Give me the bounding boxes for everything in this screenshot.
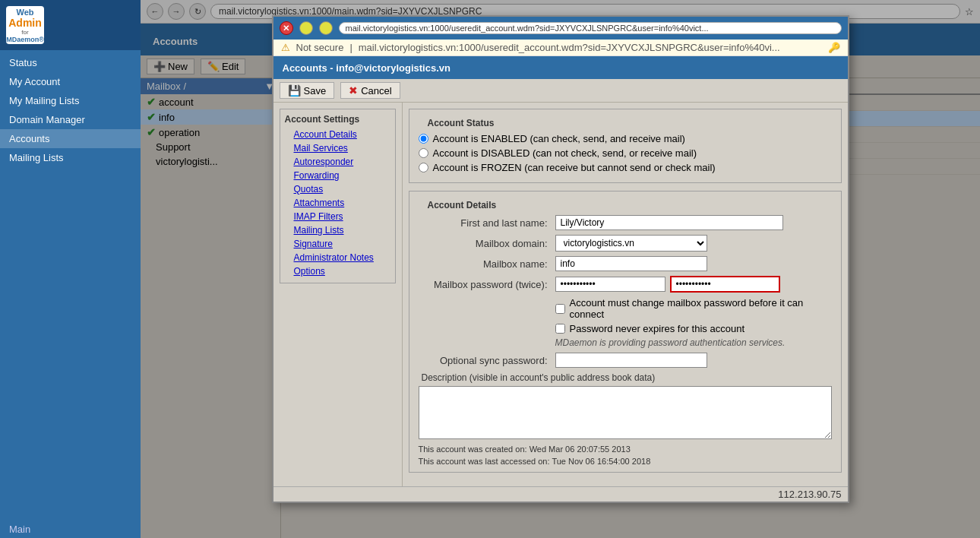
cancel-label: Cancel — [361, 85, 391, 97]
sidenav-autoresponder[interactable]: Autoresponder — [285, 155, 390, 169]
modal-url-bar[interactable]: mail.victorylogistics.vn:1000/useredit_a… — [339, 22, 842, 34]
sync-password-label: Optional sync password: — [419, 355, 555, 366]
sync-password-row: Optional sync password: — [419, 353, 832, 368]
modal-dialog: ✕ mail.victorylogistics.vn:1000/useredit… — [272, 15, 849, 503]
mailbox-name-label: Mailbox name: — [419, 258, 555, 270]
sidenav-account-details[interactable]: Account Details — [285, 128, 390, 141]
password-row: Mailbox password (twice): — [419, 276, 832, 293]
first-last-input[interactable] — [555, 215, 783, 230]
sidebar-item-accounts[interactable]: Accounts — [0, 129, 141, 148]
first-last-row: First and last name: — [419, 215, 832, 230]
checkbox-never-expires-label: Password never expires for this account — [570, 323, 745, 334]
sidenav-options[interactable]: Options — [285, 264, 390, 278]
modal-content: Account Status Account is ENABLED (can c… — [403, 103, 848, 486]
account-status-title: Account Status — [425, 118, 498, 128]
checkbox-never-expires[interactable] — [555, 324, 565, 334]
save-label: Save — [304, 85, 327, 97]
sidebar: Web Admin for MDaemon® Status My Account… — [0, 0, 141, 538]
save-icon: 💾 — [288, 84, 301, 97]
sidebar-item-mailing-lists[interactable]: My Mailing Lists — [0, 91, 141, 110]
account-status-section: Account Status Account is ENABLED (can c… — [409, 109, 842, 183]
modal-status-bar: 112.213.90.75 — [273, 486, 848, 502]
sidebar-label-status: Status — [9, 57, 37, 68]
checkbox-must-change[interactable] — [555, 304, 565, 314]
sidenav-quotas[interactable]: Quotas — [285, 182, 390, 196]
sidebar-label-accounts: Accounts — [9, 133, 49, 144]
logo-mdaemon: MDaemon® — [6, 36, 44, 43]
sidebar-bottom: Main — [0, 521, 141, 538]
checkbox-must-change-label: Account must change mailbox password bef… — [570, 297, 832, 320]
security-url: mail.victorylogistics.vn:1000/useredit_a… — [359, 42, 780, 53]
sync-password-input[interactable] — [555, 353, 707, 368]
logo-box: Web Admin for MDaemon® — [6, 6, 44, 44]
sidenav-forwarding[interactable]: Forwarding — [285, 169, 390, 182]
modal-toolbar: 💾 Save ✖ Cancel — [273, 79, 848, 103]
radio-frozen: Account is FROZEN (can receive but canno… — [419, 162, 832, 173]
sidebar-label-domain-manager: Domain Manager — [9, 114, 85, 125]
sidenav-mailing-lists[interactable]: Mailing Lists — [285, 223, 390, 237]
radio-frozen-label: Account is FROZEN (can receive but canno… — [433, 162, 716, 173]
account-details-section: Account Details First and last name: Mai… — [409, 191, 842, 473]
logo-for: for — [21, 29, 28, 36]
sidenav-admin-notes[interactable]: Administrator Notes — [285, 251, 390, 264]
sidebar-label-mailing-lists2: Mailing Lists — [9, 152, 64, 163]
sidebar-label-mailing-lists: My Mailing Lists — [9, 95, 79, 106]
modal-security-bar: ⚠ Not secure | mail.victorylogistics.vn:… — [273, 40, 848, 56]
radio-disabled: Account is DISABLED (can not check, send… — [419, 147, 832, 159]
account-last-access: This account was last accessed on: Tue N… — [419, 457, 832, 466]
modal-overlay: ✕ mail.victorylogistics.vn:1000/useredit… — [141, 0, 980, 538]
password-label: Mailbox password (twice): — [419, 279, 555, 290]
sidebar-bottom-label: Main — [9, 524, 30, 535]
checkbox-row-1: Account must change mailbox password bef… — [419, 297, 832, 320]
account-created: This account was created on: Wed Mar 06 … — [419, 445, 832, 454]
sidebar-item-mailing-lists2[interactable]: Mailing Lists — [0, 148, 141, 167]
password-input-2[interactable] — [670, 276, 780, 293]
sidenav-group-title: Account Settings — [285, 114, 390, 125]
sidenav-mail-services[interactable]: Mail Services — [285, 141, 390, 155]
sidebar-label-my-account: My Account — [9, 76, 60, 87]
modal-minimize-button[interactable] — [299, 21, 313, 35]
mailbox-name-input[interactable] — [555, 256, 707, 271]
ip-address: 112.213.90.75 — [778, 489, 841, 500]
sidenav-signature[interactable]: Signature — [285, 237, 390, 251]
mailbox-domain-select[interactable]: victorylogistics.vn — [555, 235, 707, 252]
account-details-title: Account Details — [425, 200, 500, 210]
password-input-1[interactable] — [555, 277, 665, 292]
sidebar-nav: Status My Account My Mailing Lists Domai… — [0, 50, 141, 170]
account-status-inner: Account Status Account is ENABLED (can c… — [409, 109, 841, 182]
radio-disabled-input[interactable] — [419, 148, 428, 158]
logo-web: Web — [16, 8, 33, 17]
save-button[interactable]: 💾 Save — [280, 82, 335, 99]
radio-frozen-input[interactable] — [419, 163, 428, 172]
account-details-inner: Account Details First and last name: Mai… — [409, 191, 841, 472]
modal-maximize-button[interactable] — [319, 21, 333, 35]
sidebar-item-my-account[interactable]: My Account — [0, 72, 141, 91]
security-separator: | — [349, 42, 352, 53]
modal-body: Account Settings Account Details Mail Se… — [273, 103, 848, 486]
radio-disabled-label: Account is DISABLED (can not check, send… — [433, 147, 697, 159]
mdaemon-note: MDaemon is providing password authentica… — [419, 337, 832, 348]
description-label: Description (visible in account's public… — [419, 372, 832, 383]
sidebar-item-status[interactable]: Status — [0, 53, 141, 72]
radio-enabled-label: Account is ENABLED (can check, send, and… — [433, 133, 685, 144]
sidebar-item-domain-manager[interactable]: Domain Manager — [0, 110, 141, 129]
sidenav-attachments[interactable]: Attachments — [285, 196, 390, 210]
modal-title-bar: Accounts - info@victorylogistics.vn — [273, 56, 848, 79]
checkbox-row-2: Password never expires for this account — [419, 323, 832, 334]
description-textarea[interactable] — [419, 386, 832, 439]
logo-area: Web Admin for MDaemon® — [0, 0, 141, 50]
cancel-icon: ✖ — [349, 84, 358, 97]
first-last-label: First and last name: — [419, 217, 555, 229]
mailbox-domain-label: Mailbox domain: — [419, 238, 555, 249]
radio-enabled-input[interactable] — [419, 134, 428, 144]
lock-key-icon: 🔑 — [828, 42, 840, 53]
lock-icon: ⚠ — [281, 42, 290, 53]
modal-close-button[interactable]: ✕ — [280, 21, 293, 35]
modal-sidenav: Account Settings Account Details Mail Se… — [273, 103, 403, 486]
radio-enabled: Account is ENABLED (can check, send, and… — [419, 133, 832, 144]
logo-admin: Admin — [8, 17, 42, 29]
cancel-button[interactable]: ✖ Cancel — [340, 82, 400, 99]
mailbox-domain-row: Mailbox domain: victorylogistics.vn — [419, 235, 832, 252]
security-label: Not secure — [296, 42, 344, 53]
sidenav-imap-filters[interactable]: IMAP Filters — [285, 210, 390, 223]
